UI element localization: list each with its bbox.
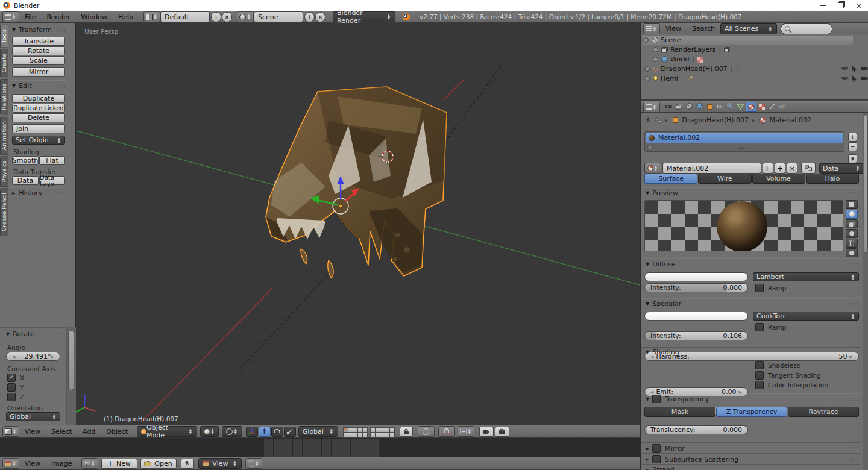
visibility-eye-icon[interactable]	[841, 66, 848, 71]
outliner-item-world[interactable]: World |	[653, 55, 834, 64]
sss-checkbox[interactable]	[652, 455, 661, 463]
rotate-button[interactable]: Rotate	[12, 46, 65, 55]
pin-icon[interactable]	[646, 118, 651, 124]
constraint-x-row[interactable]: X	[7, 374, 24, 382]
panel-header-sss[interactable]: ►Subsurface Scattering::::	[646, 455, 859, 463]
visibility-eye-icon[interactable]	[841, 75, 848, 81]
outliner-item-hemi[interactable]: Hemi |	[644, 74, 825, 83]
add-material-slot-button[interactable]: +	[848, 133, 857, 142]
constraint-y-row[interactable]: Y	[7, 383, 24, 392]
add-scene-button[interactable]: +	[304, 12, 315, 22]
transparency-checkbox[interactable]	[652, 395, 661, 403]
breadcrumb-object[interactable]: DragonHead(H).007	[682, 116, 749, 124]
viewport-3d[interactable]: User Persp (1) DragonHead(H).007	[76, 23, 640, 425]
shadeless-row[interactable]: Shadeless	[755, 361, 800, 369]
viewport-menu-add[interactable]: Add	[77, 428, 101, 436]
diffuse-color-swatch[interactable]	[644, 272, 748, 281]
panel-header-transparency[interactable]: ▼Transparency::::	[646, 395, 859, 403]
translucency-slider[interactable]: Translucency:0.000	[644, 425, 748, 434]
opengl-render-animation-button[interactable]	[495, 427, 509, 437]
snap-element-dropdown[interactable]: ▲▼	[458, 426, 474, 437]
tab-constraints[interactable]	[715, 102, 725, 111]
specular-ramp-row[interactable]: Ramp	[755, 323, 786, 331]
list-resize-grip[interactable]: ══	[738, 145, 745, 151]
shadeless-checkbox[interactable]	[755, 361, 764, 369]
manipulator-toggle-button[interactable]	[246, 427, 258, 437]
tangent-shading-checkbox[interactable]	[755, 371, 764, 380]
data-transfer-data-button[interactable]: Data	[12, 176, 39, 185]
shade-flat-button[interactable]: Flat	[39, 156, 65, 165]
tool-shelf-scrollbar-thumb[interactable]	[68, 330, 74, 390]
tab-modifiers[interactable]	[725, 102, 735, 111]
image-editor-type-button[interactable]: ▲▼	[2, 458, 19, 469]
selectability-cursor-icon[interactable]	[852, 75, 857, 82]
image-open-button[interactable]: Open	[140, 459, 177, 469]
add-screen-layout-button[interactable]: +	[211, 12, 221, 22]
outliner-item-scene[interactable]: Scene	[643, 36, 853, 45]
minimize-button[interactable]	[814, 0, 832, 11]
material-slot-active[interactable]: Material.002	[646, 133, 843, 143]
panel-header-preview[interactable]: ▼Preview::::	[646, 189, 859, 197]
delete-button[interactable]: Delete	[12, 113, 65, 122]
proportional-edit-dropdown[interactable]	[418, 426, 435, 437]
outliner-item-dragonhead[interactable]: ▽ DragonHead(H).007 | ▽	[644, 64, 825, 74]
image-pin-button[interactable]	[181, 459, 194, 469]
panel-header-shading[interactable]: ▼Shading::::	[646, 348, 859, 356]
viewport-editor-type-button[interactable]: ▲▼	[2, 426, 19, 437]
hemi-restrictions[interactable]	[841, 75, 868, 82]
tab-texture[interactable]	[757, 102, 767, 111]
scale-button[interactable]: Scale	[12, 56, 65, 65]
translate-button[interactable]: Translate	[12, 37, 65, 46]
mirror-checkbox[interactable]	[652, 444, 661, 453]
tab-grease-pencil[interactable]: Grease Pencil	[0, 188, 8, 236]
info-editor-type-button[interactable]: ▲▼	[2, 11, 19, 22]
diffuse-ramp-row[interactable]: Ramp	[755, 284, 786, 292]
type-tab-volume[interactable]: Volume	[752, 174, 805, 184]
properties-editor-type-button[interactable]: ▲▼	[643, 102, 660, 113]
join-button[interactable]: Join	[12, 124, 65, 133]
checkbox-z[interactable]	[7, 393, 16, 401]
shade-smooth-button[interactable]: Smooth	[12, 156, 39, 165]
tangent-shading-row[interactable]: Tangent Shading	[755, 371, 821, 380]
layer-cell[interactable]	[343, 427, 348, 433]
specular-intensity-slider[interactable]: Intensity:0.106	[644, 331, 748, 340]
renderability-camera-icon[interactable]	[861, 66, 868, 71]
fake-user-button[interactable]: F	[763, 163, 773, 174]
orientation-dropdown[interactable]: Global▲▼	[6, 412, 60, 421]
preview-hair-button[interactable]	[846, 239, 858, 248]
image-menu-view[interactable]: View	[19, 460, 46, 468]
angle-field[interactable]: ◀29.491°▶	[6, 352, 60, 361]
preview-world-button[interactable]	[846, 248, 858, 257]
duplicate-linked-button[interactable]: Duplicate Linked	[12, 104, 65, 113]
screen-layout-browse-button[interactable]: ▲▼	[143, 11, 160, 22]
rotate-manipulator-button[interactable]	[271, 427, 283, 437]
unlink-material-button[interactable]: ×	[787, 163, 797, 174]
mirror-button[interactable]: Mirror	[12, 67, 65, 77]
outliner-editor-type-button[interactable]: ▲▼	[643, 24, 660, 34]
dragonhead-restrictions[interactable]	[841, 66, 868, 72]
transparency-mask-button[interactable]: Mask	[644, 407, 715, 417]
selectability-cursor-icon[interactable]	[852, 66, 857, 72]
tool-shelf-scrollbar[interactable]	[66, 327, 76, 425]
panel-header-rotate[interactable]: ▼Rotate::::	[6, 330, 64, 338]
translate-manipulator-button[interactable]	[259, 427, 271, 437]
material-slot-list[interactable]: Material.002 ══	[644, 131, 844, 152]
image-menu-image[interactable]: Image	[46, 460, 77, 468]
opengl-render-button[interactable]	[479, 427, 494, 437]
layer-cell[interactable]	[362, 427, 368, 433]
viewport-menu-select[interactable]: Select	[46, 428, 77, 436]
outliner-filter-dropdown[interactable]: All Scenes▲▼	[720, 24, 777, 34]
panel-header-specular[interactable]: ▼Specular::::	[646, 300, 859, 308]
preview-flat-button[interactable]	[846, 200, 858, 209]
layer-cell[interactable]	[389, 427, 395, 433]
material-name-field[interactable]: Material.002	[662, 163, 761, 174]
cubic-interpolation-checkbox[interactable]	[755, 381, 764, 389]
close-button[interactable]	[850, 0, 868, 11]
expander-icon[interactable]	[644, 66, 650, 72]
panel-header-transform[interactable]: ▼Transform::::	[12, 26, 66, 34]
material-specials-button[interactable]: ▼	[848, 154, 857, 163]
delete-screen-layout-button[interactable]: ×	[222, 12, 232, 22]
outliner-search-input[interactable]	[781, 24, 832, 34]
transparency-ztransp-button[interactable]: Z Transparency	[716, 407, 787, 417]
scale-manipulator-button[interactable]	[284, 427, 296, 437]
